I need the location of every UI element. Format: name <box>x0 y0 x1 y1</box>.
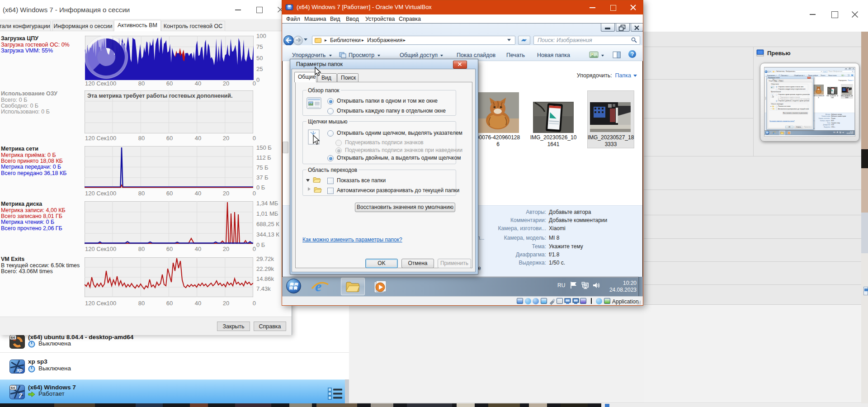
svg-text:e: e <box>315 279 321 294</box>
svg-text:e: e <box>773 131 774 135</box>
svg-text:xp: xp <box>16 367 23 373</box>
svg-text:7: 7 <box>19 392 23 399</box>
svg-text:64: 64 <box>11 386 15 390</box>
svg-text:64: 64 <box>11 336 15 340</box>
